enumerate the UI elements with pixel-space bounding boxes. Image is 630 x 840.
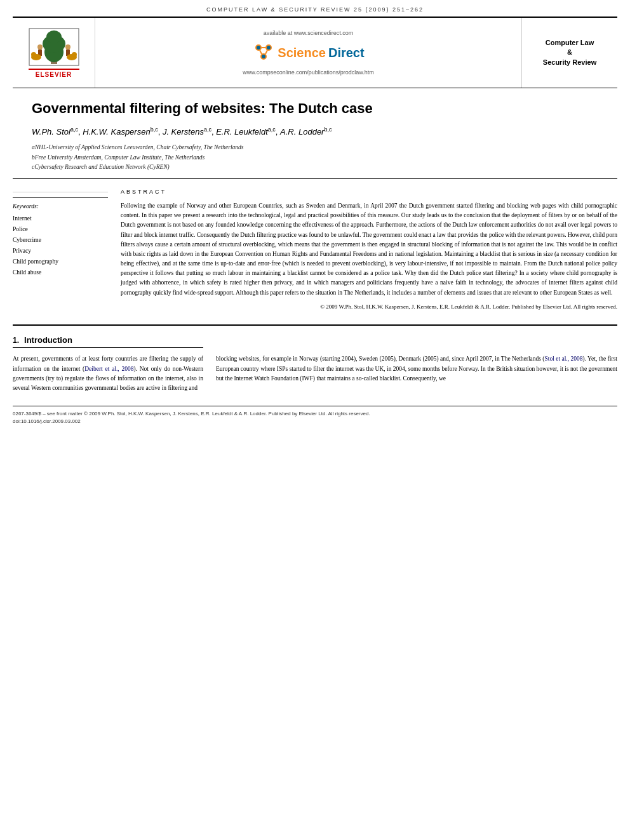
abstract-paragraph: Following the example of Norway and othe… xyxy=(121,201,617,298)
affiliation-c: cCybersafety Research and Education Netw… xyxy=(32,163,598,172)
affiliations: aNHL-University of Applied Sciences Leeu… xyxy=(32,143,598,172)
author1-sup: a,c xyxy=(70,126,78,133)
available-text: available at www.sciencedirect.com xyxy=(264,30,354,36)
footer-doi: doi:10.1016/j.clsr.2009.03.002 xyxy=(13,418,617,424)
svg-point-9 xyxy=(31,52,36,57)
keyword-police: Police xyxy=(13,224,108,235)
journal-name-right: Computer Law&Security Review xyxy=(522,18,617,88)
svg-point-20 xyxy=(267,46,271,50)
author4-name: E.R. Leukfeldt xyxy=(216,127,268,137)
svg-line-17 xyxy=(260,50,262,54)
title-section: Governmental filtering of websites: The … xyxy=(13,88,617,179)
author3-name: J. Kerstens xyxy=(163,127,204,137)
authors-line: W.Ph. Stola,c, H.K.W. Kaspersenb,c, J. K… xyxy=(32,126,598,138)
keyword-internet: Internet xyxy=(13,213,108,224)
svg-point-19 xyxy=(257,46,260,50)
svg-point-3 xyxy=(46,30,62,43)
svg-line-18 xyxy=(265,50,267,54)
svg-point-6 xyxy=(65,44,70,50)
author1-name: W.Ph. Stol xyxy=(32,127,70,137)
sciencedirect-icon xyxy=(252,41,275,64)
page-footer: 0267-3649/$ – see front matter © 2009 W.… xyxy=(13,406,617,424)
abstract-area: Keywords: Internet Police Cybercrime Pri… xyxy=(13,179,617,315)
sd-direct: Direct xyxy=(328,46,365,60)
svg-point-4 xyxy=(37,44,43,50)
author2-sup: b,c xyxy=(151,126,158,133)
section-number: 1. xyxy=(13,336,19,345)
journal-header: COMPUTER LAW & SECURITY REVIEW 25 (2009)… xyxy=(0,0,630,17)
author3-sup: a,c xyxy=(204,126,211,133)
author4-sup: a,c xyxy=(268,126,276,133)
keyword-child-pornography: Child pornography xyxy=(13,257,108,267)
keyword-cybercrime: Cybercrime xyxy=(13,235,108,246)
keywords-section: Keywords: Internet Police Cybercrime Pri… xyxy=(13,197,108,279)
abstract-section: ABSTRACT Following the example of Norway… xyxy=(117,189,617,315)
elsevier-label: ELSEVIER xyxy=(29,69,79,78)
sidebar-divider xyxy=(13,192,108,192)
abstract-text: Following the example of Norway and othe… xyxy=(121,201,617,311)
svg-point-21 xyxy=(262,55,265,58)
journal-info: COMPUTER LAW & SECURITY REVIEW 25 (2009)… xyxy=(206,6,424,13)
journal-name: Computer Law&Security Review xyxy=(543,38,596,67)
author5-name: A.R. Lodder xyxy=(280,127,324,137)
abstract-copyright: © 2009 W.Ph. Stol, H.K.W. Kaspersen, J. … xyxy=(121,303,617,312)
journal-banner: ELSEVIER available at www.sciencedirect.… xyxy=(13,17,617,88)
intro-right-text: blocking websites, for example in Norway… xyxy=(216,354,617,383)
keywords-label: Keywords: xyxy=(13,203,108,210)
keyword-child-abuse: Child abuse xyxy=(13,267,108,278)
author-comma2: , xyxy=(158,127,163,137)
sciencedirect-logo: ScienceDirect xyxy=(252,41,364,64)
section-title: Introduction xyxy=(24,335,72,345)
citation-stol: Stol et al., 2008 xyxy=(545,356,583,362)
affiliation-a: aNHL-University of Applied Sciences Leeu… xyxy=(32,143,598,152)
abstract-header: ABSTRACT xyxy=(121,189,617,195)
banner-center: available at www.sciencedirect.com Scien… xyxy=(95,18,522,88)
section-heading: 1. Introduction xyxy=(13,335,203,348)
author-comma4: , xyxy=(276,127,280,137)
elsevier-tree-icon xyxy=(29,28,79,66)
intro-left-column: 1. Introduction At present, governments … xyxy=(13,335,203,393)
introduction-section: 1. Introduction At present, governments … xyxy=(13,326,617,393)
paper-title: Governmental filtering of websites: The … xyxy=(32,100,598,118)
author2-name: H.K.W. Kaspersen xyxy=(83,127,150,137)
website-url: www.compseconline.com/publications/prodc… xyxy=(243,69,374,76)
citation-deibert: Deibert et al., 2008 xyxy=(84,366,133,372)
intro-right-column: blocking websites, for example in Norway… xyxy=(216,335,617,393)
affiliation-b: bFree University Amsterdam, Computer Law… xyxy=(32,153,598,163)
svg-point-11 xyxy=(72,52,77,57)
intro-left-text: At present, governments of at least fort… xyxy=(13,354,203,393)
elsevier-logo: ELSEVIER xyxy=(13,18,95,88)
sd-science: Science xyxy=(278,46,326,60)
keyword-privacy: Privacy xyxy=(13,246,108,257)
footer-copyright: 0267-3649/$ – see front matter © 2009 W.… xyxy=(13,410,617,418)
author5-sup: b,c xyxy=(324,126,332,133)
keywords-sidebar: Keywords: Internet Police Cybercrime Pri… xyxy=(13,189,117,315)
